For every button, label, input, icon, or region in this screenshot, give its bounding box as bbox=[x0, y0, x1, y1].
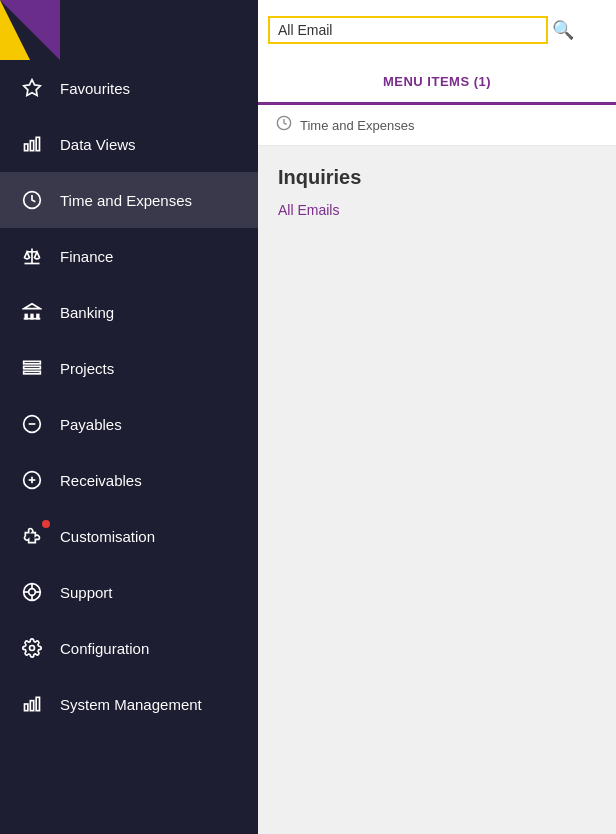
sidebar-item-favourites[interactable]: Favourites bbox=[0, 60, 258, 116]
sidebar-item-support[interactable]: Support bbox=[0, 564, 258, 620]
main-area: Favourites Data Views Time and Expenses bbox=[0, 60, 616, 834]
top-bar: 🔍 bbox=[0, 0, 616, 60]
search-button[interactable]: 🔍 bbox=[548, 19, 578, 41]
sidebar: Favourites Data Views Time and Expenses bbox=[0, 60, 258, 834]
support-icon bbox=[18, 578, 46, 606]
search-bar: 🔍 bbox=[258, 16, 616, 44]
plus-circle-icon bbox=[18, 466, 46, 494]
system-management-icon bbox=[18, 690, 46, 718]
svg-marker-10 bbox=[24, 304, 41, 309]
sidebar-item-data-views-label: Data Views bbox=[60, 136, 136, 153]
scales-icon bbox=[18, 242, 46, 270]
minus-circle-icon bbox=[18, 410, 46, 438]
sidebar-item-projects-label: Projects bbox=[60, 360, 114, 377]
panel-section-label: Time and Expenses bbox=[300, 118, 414, 133]
sidebar-item-data-views[interactable]: Data Views bbox=[0, 116, 258, 172]
star-icon bbox=[18, 74, 46, 102]
menu-items-header: MENU ITEMS (1) bbox=[258, 60, 616, 105]
customisation-notification-dot bbox=[42, 520, 50, 528]
inquiries-title: Inquiries bbox=[278, 166, 596, 189]
search-input-wrapper[interactable] bbox=[268, 16, 548, 44]
sidebar-item-configuration-label: Configuration bbox=[60, 640, 149, 657]
logo-area bbox=[0, 0, 258, 60]
sidebar-item-system-management[interactable]: System Management bbox=[0, 676, 258, 732]
svg-rect-31 bbox=[30, 701, 33, 711]
svg-rect-32 bbox=[36, 697, 39, 710]
sidebar-item-payables[interactable]: Payables bbox=[0, 396, 258, 452]
svg-rect-15 bbox=[24, 361, 41, 364]
svg-rect-16 bbox=[24, 366, 41, 369]
panel-section-time-expenses: Time and Expenses bbox=[258, 105, 616, 146]
sidebar-item-projects[interactable]: Projects bbox=[0, 340, 258, 396]
menu-items-count: MENU ITEMS (1) bbox=[383, 74, 491, 89]
svg-point-29 bbox=[30, 646, 35, 651]
sidebar-item-finance[interactable]: Finance bbox=[0, 228, 258, 284]
search-input[interactable] bbox=[278, 22, 538, 38]
bar-chart-icon bbox=[18, 130, 46, 158]
sidebar-item-configuration[interactable]: Configuration bbox=[0, 620, 258, 676]
sidebar-item-time-expenses[interactable]: Time and Expenses bbox=[0, 172, 258, 228]
projects-icon bbox=[18, 354, 46, 382]
bank-icon bbox=[18, 298, 46, 326]
all-emails-link[interactable]: All Emails bbox=[278, 202, 339, 218]
svg-point-24 bbox=[29, 589, 36, 596]
inquiries-area: Inquiries All Emails bbox=[258, 146, 616, 229]
sidebar-item-support-label: Support bbox=[60, 584, 113, 601]
logo bbox=[0, 0, 60, 60]
svg-rect-3 bbox=[25, 144, 28, 151]
sidebar-item-banking-label: Banking bbox=[60, 304, 114, 321]
svg-marker-2 bbox=[24, 80, 41, 96]
svg-rect-4 bbox=[30, 141, 33, 151]
sidebar-item-system-management-label: System Management bbox=[60, 696, 202, 713]
svg-rect-17 bbox=[24, 371, 41, 374]
sidebar-item-receivables-label: Receivables bbox=[60, 472, 142, 489]
sidebar-item-banking[interactable]: Banking bbox=[0, 284, 258, 340]
sidebar-item-customisation[interactable]: Customisation bbox=[0, 508, 258, 564]
svg-rect-5 bbox=[36, 137, 39, 150]
right-panel: MENU ITEMS (1) Time and Expenses Inquiri… bbox=[258, 60, 616, 834]
sidebar-item-favourites-label: Favourites bbox=[60, 80, 130, 97]
svg-rect-30 bbox=[25, 704, 28, 711]
sidebar-item-time-expenses-label: Time and Expenses bbox=[60, 192, 192, 209]
sidebar-item-receivables[interactable]: Receivables bbox=[0, 452, 258, 508]
clock-icon bbox=[18, 186, 46, 214]
sidebar-item-finance-label: Finance bbox=[60, 248, 113, 265]
sidebar-item-customisation-label: Customisation bbox=[60, 528, 155, 545]
sidebar-item-payables-label: Payables bbox=[60, 416, 122, 433]
gear-icon bbox=[18, 634, 46, 662]
panel-clock-icon bbox=[276, 115, 292, 135]
